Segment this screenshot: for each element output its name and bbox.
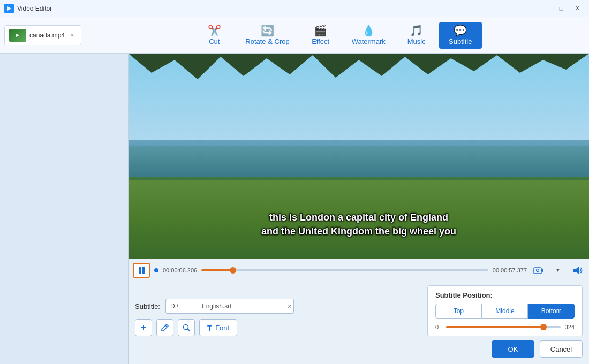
subtitle-overlay: this is London a capital city of England… — [129, 211, 589, 238]
subtitle-row: Subtitle: × — [135, 299, 294, 314]
trees-top — [129, 54, 589, 86]
app-icon — [4, 4, 14, 13]
subtitle-label: Subtitle: — [135, 302, 160, 310]
tab-watermark-label: Watermark — [352, 37, 386, 46]
svg-marker-0 — [7, 6, 11, 11]
tab-cut-label: Cut — [209, 37, 220, 46]
svg-line-7 — [188, 329, 190, 331]
svg-marker-4 — [573, 267, 579, 274]
svg-point-6 — [184, 325, 188, 330]
video-frame: this is London a capital city of England… — [129, 54, 589, 259]
subtitle-section: Subtitle: × + — [135, 299, 294, 336]
tab-music[interactable]: 🎵 Music — [395, 22, 438, 49]
close-button[interactable]: ✕ — [570, 3, 585, 14]
file-tab: ▶ canada.mp4 × — [4, 25, 81, 46]
subtitle-input-wrap: × — [165, 299, 294, 314]
svg-line-5 — [165, 325, 167, 327]
add-subtitle-button[interactable]: + — [135, 319, 152, 336]
position-slider-fill — [446, 326, 543, 328]
pause-icon — [139, 267, 145, 274]
progress-track[interactable] — [201, 269, 488, 271]
position-slider-row: 0 324 — [435, 324, 575, 330]
sky-layer — [129, 54, 589, 146]
position-title: Subtitle Position: — [435, 291, 575, 299]
tab-music-label: Music — [407, 37, 426, 46]
position-bottom-button[interactable]: Bottom — [528, 304, 575, 318]
video-area: this is London a capital city of England… — [129, 54, 589, 364]
tab-effect[interactable]: 🎬 Effect — [299, 22, 342, 49]
minimize-button[interactable]: ─ — [538, 3, 553, 14]
progress-dot — [154, 268, 158, 272]
font-label: Font — [215, 324, 229, 332]
slider-max-value: 324 — [565, 324, 575, 330]
subtitle-line1: this is London a capital city of England — [139, 211, 578, 224]
svg-point-3 — [537, 269, 539, 271]
slider-min-value: 0 — [435, 324, 442, 330]
tab-subtitle[interactable]: 💬 Subtitle — [439, 22, 482, 49]
file-close-button[interactable]: × — [68, 31, 77, 40]
time-total: 00:00:57.377 — [493, 267, 527, 274]
camera-dropdown-button[interactable]: ▼ — [550, 263, 565, 278]
progress-thumb — [230, 267, 236, 274]
title-bar: Video Editor ─ □ ✕ — [0, 0, 589, 17]
tool-tabs: ✂️ Cut 🔄 Rotate & Crop 🎬 Effect 💧 Waterm… — [90, 22, 585, 49]
tab-rotate[interactable]: 🔄 Rotate & Crop — [237, 22, 298, 49]
main-content: this is London a capital city of England… — [0, 54, 589, 364]
effect-icon: 🎬 — [314, 25, 327, 36]
tab-rotate-label: Rotate & Crop — [245, 37, 289, 46]
bottom-section: Subtitle: × + — [135, 285, 583, 336]
tab-subtitle-label: Subtitle — [449, 37, 472, 46]
camera-button[interactable] — [531, 263, 546, 278]
music-icon: 🎵 — [410, 25, 423, 36]
playback-controls: 00:00:06.206 00:00:57.377 ▼ — [129, 259, 589, 281]
watermark-icon: 💧 — [362, 25, 375, 36]
left-panel — [0, 54, 129, 364]
edit-subtitle-button[interactable] — [156, 319, 173, 336]
position-top-button[interactable]: Top — [435, 304, 482, 318]
tab-cut[interactable]: ✂️ Cut — [193, 22, 236, 49]
position-middle-button[interactable]: Middle — [482, 304, 528, 318]
video-scene: this is London a capital city of England… — [129, 54, 589, 259]
pause-bar-left — [139, 267, 141, 274]
subtitle-clear-button[interactable]: × — [288, 302, 292, 310]
position-buttons: Top Middle Bottom — [435, 304, 575, 318]
progress-fill — [201, 269, 233, 271]
water-layer — [129, 140, 589, 177]
subtitle-controls: + — [135, 319, 294, 336]
maximize-button[interactable]: □ — [554, 3, 569, 14]
tab-effect-label: Effect — [312, 37, 329, 46]
font-button[interactable]: T Font — [199, 319, 237, 336]
svg-rect-1 — [534, 268, 541, 274]
window-controls: ─ □ ✕ — [538, 3, 585, 14]
file-name: canada.mp4 — [29, 32, 65, 39]
subtitle-file-input[interactable] — [165, 299, 294, 314]
controls-area: Subtitle: × + — [129, 281, 589, 364]
subtitle-line2: and the United Kingdom the big wheel you — [139, 225, 578, 238]
search-subtitle-button[interactable] — [178, 319, 195, 336]
tab-bar: ▶ canada.mp4 × ✂️ Cut 🔄 Rotate & Crop 🎬 … — [0, 17, 589, 54]
cancel-button[interactable]: Cancel — [540, 340, 583, 358]
volume-button[interactable] — [570, 263, 585, 278]
action-buttons-row: OK Cancel — [135, 340, 583, 358]
play-pause-button[interactable] — [133, 263, 150, 278]
position-slider-thumb — [540, 324, 547, 330]
tab-watermark[interactable]: 💧 Watermark — [343, 22, 394, 49]
file-thumbnail: ▶ — [9, 29, 26, 42]
ok-button[interactable]: OK — [492, 340, 534, 358]
position-panel: Subtitle Position: Top Middle Bottom 0 — [427, 285, 583, 336]
time-current: 00:00:06.206 — [163, 267, 197, 274]
pause-bar-right — [142, 267, 145, 274]
cut-icon: ✂️ — [208, 25, 221, 36]
font-icon: T — [207, 323, 212, 332]
subtitle-icon: 💬 — [454, 25, 467, 36]
rotate-icon: 🔄 — [261, 25, 274, 36]
position-slider[interactable] — [446, 326, 561, 328]
window-title: Video Editor — [17, 5, 538, 12]
